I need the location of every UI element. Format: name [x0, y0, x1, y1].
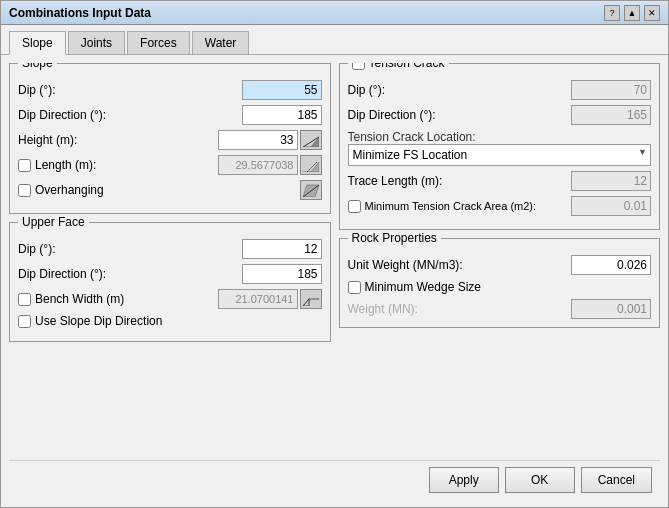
minimize-button[interactable]: ▲ [624, 5, 640, 21]
title-controls: ? ▲ ✕ [604, 5, 660, 21]
tab-slope[interactable]: Slope [9, 31, 66, 55]
upper-dip-direction-input[interactable] [242, 264, 322, 284]
use-slope-label: Use Slope Dip Direction [35, 314, 162, 328]
trace-length-label: Trace Length (m): [348, 174, 572, 188]
tension-crack-title: Tension Crack [348, 63, 449, 70]
trace-length-input[interactable] [571, 171, 651, 191]
upper-face-group: Upper Face Dip (°): Dip Direction (°): B… [9, 222, 331, 342]
cancel-button[interactable]: Cancel [581, 467, 652, 493]
upper-dip-direction-row: Dip Direction (°): [18, 264, 322, 284]
unit-weight-label: Unit Weight (MN/m3): [348, 258, 572, 272]
tc-location-wrapper: Minimize FS Location [348, 144, 652, 166]
dip-row: Dip (°): [18, 80, 322, 100]
ok-button[interactable]: OK [505, 467, 575, 493]
slope-diagram-btn-2[interactable] [300, 155, 322, 175]
tc-dip-label: Dip (°): [348, 83, 572, 97]
min-area-label: Minimum Tension Crack Area (m2): [365, 200, 572, 212]
tension-crack-label: Tension Crack [369, 63, 445, 70]
tc-dip-input[interactable] [571, 80, 651, 100]
tab-joints[interactable]: Joints [68, 31, 125, 54]
use-slope-checkbox[interactable] [18, 315, 31, 328]
dip-input[interactable] [242, 80, 322, 100]
dip-direction-input[interactable] [242, 105, 322, 125]
unit-weight-row: Unit Weight (MN/m3): [348, 255, 652, 275]
upper-dip-input[interactable] [242, 239, 322, 259]
upper-dip-row: Dip (°): [18, 239, 322, 259]
overhanging-label: Overhanging [35, 183, 104, 197]
min-area-input[interactable] [571, 196, 651, 216]
length-checkbox[interactable] [18, 159, 31, 172]
buttons-row: Apply OK Cancel [9, 460, 660, 499]
min-area-checkbox[interactable] [348, 200, 361, 213]
weight-input[interactable] [571, 299, 651, 319]
min-wedge-row: Minimum Wedge Size [348, 280, 652, 294]
panels: Slope Dip (°): Dip Direction (°): Height… [9, 63, 660, 460]
length-row: Length (m): [18, 155, 322, 175]
tc-dip-row: Dip (°): [348, 80, 652, 100]
main-content: Slope Dip (°): Dip Direction (°): Height… [1, 55, 668, 507]
min-wedge-checkbox[interactable] [348, 281, 361, 294]
tension-crack-group: Tension Crack Dip (°): Dip Direction (°)… [339, 63, 661, 230]
help-button[interactable]: ? [604, 5, 620, 21]
right-panel: Tension Crack Dip (°): Dip Direction (°)… [339, 63, 661, 460]
bench-checkbox[interactable] [18, 293, 31, 306]
tab-bar: Slope Joints Forces Water [1, 25, 668, 55]
close-button[interactable]: ✕ [644, 5, 660, 21]
slope-icon-1 [303, 133, 319, 147]
dip-label: Dip (°): [18, 83, 242, 97]
rock-properties-group: Rock Properties Unit Weight (MN/m3): Min… [339, 238, 661, 328]
tc-location-label: Tension Crack Location: [348, 130, 476, 144]
upper-dip-direction-label: Dip Direction (°): [18, 267, 242, 281]
tc-dip-direction-row: Dip Direction (°): [348, 105, 652, 125]
upper-face-group-title: Upper Face [18, 215, 89, 229]
bench-diagram-btn[interactable] [300, 289, 322, 309]
bench-icon [303, 292, 319, 306]
dip-direction-label: Dip Direction (°): [18, 108, 242, 122]
slope-group-title: Slope [18, 63, 57, 70]
dialog: Combinations Input Data ? ▲ ✕ Slope Join… [0, 0, 669, 508]
min-area-row: Minimum Tension Crack Area (m2): [348, 196, 652, 216]
slope-icon-3 [303, 183, 319, 197]
trace-length-row: Trace Length (m): [348, 171, 652, 191]
title-bar: Combinations Input Data ? ▲ ✕ [1, 1, 668, 25]
tension-crack-checkbox[interactable] [352, 63, 365, 70]
unit-weight-input[interactable] [571, 255, 651, 275]
tab-water[interactable]: Water [192, 31, 250, 54]
rock-properties-title: Rock Properties [348, 231, 441, 245]
slope-icon-2 [303, 158, 319, 172]
overhanging-checkbox[interactable] [18, 184, 31, 197]
height-input[interactable] [218, 130, 298, 150]
weight-label: Weight (MN): [348, 302, 572, 316]
tc-dip-direction-input[interactable] [571, 105, 651, 125]
dip-direction-row: Dip Direction (°): [18, 105, 322, 125]
tc-location-select[interactable]: Minimize FS Location [348, 144, 652, 166]
upper-dip-label: Dip (°): [18, 242, 242, 256]
tab-forces[interactable]: Forces [127, 31, 190, 54]
height-row: Height (m): [18, 130, 322, 150]
slope-diagram-btn-1[interactable] [300, 130, 322, 150]
tc-dip-direction-label: Dip Direction (°): [348, 108, 572, 122]
svg-marker-2 [303, 162, 319, 172]
length-input[interactable] [218, 155, 298, 175]
dialog-title: Combinations Input Data [9, 6, 151, 20]
svg-line-6 [303, 299, 309, 306]
overhanging-row: Overhanging [18, 180, 322, 200]
left-panel: Slope Dip (°): Dip Direction (°): Height… [9, 63, 331, 460]
apply-button[interactable]: Apply [429, 467, 499, 493]
slope-group: Slope Dip (°): Dip Direction (°): Height… [9, 63, 331, 214]
bench-label: Bench Width (m) [35, 292, 218, 306]
weight-row: Weight (MN): [348, 299, 652, 319]
bench-input[interactable] [218, 289, 298, 309]
use-slope-row: Use Slope Dip Direction [18, 314, 322, 328]
slope-diagram-btn-3[interactable] [300, 180, 322, 200]
bench-width-row: Bench Width (m) [18, 289, 322, 309]
length-label: Length (m): [35, 158, 218, 172]
height-label: Height (m): [18, 133, 218, 147]
min-wedge-label: Minimum Wedge Size [365, 280, 481, 294]
